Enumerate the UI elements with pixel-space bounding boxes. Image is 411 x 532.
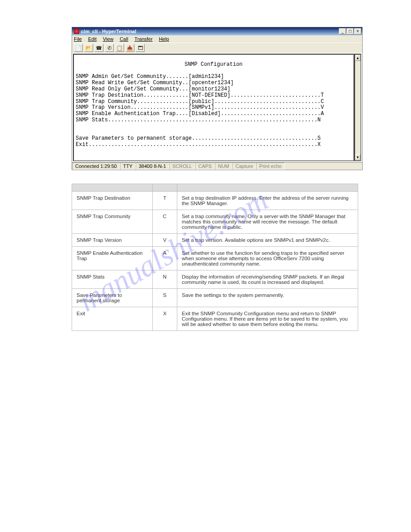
terminal-line: SNMP Stats..............................… (76, 117, 321, 123)
tool-properties-icon[interactable]: 🗔 (136, 44, 145, 52)
terminal-line: SNMP Trap Community................[publ… (76, 99, 324, 105)
tool-open-icon[interactable]: 📂 (84, 44, 93, 52)
cell-key: T (153, 192, 177, 210)
menubar: File Edit View Call Transfer Help (72, 35, 362, 43)
status-echo: Print echo (256, 163, 285, 170)
scrollbar[interactable]: ▲ ▼ (354, 54, 361, 161)
cell-item: SNMP Enable Authentication Trap (72, 247, 153, 270)
toolbar: 📄 📂 ☎ ✆ 📋 📥 🗔 (72, 43, 362, 53)
cell-desc: Set a trap community name. Only a server… (177, 210, 358, 234)
status-caps: CAPS (195, 163, 215, 170)
terminal-line: Save Parameters to permanent storage....… (76, 135, 321, 142)
tool-new-icon[interactable]: 📄 (74, 44, 83, 52)
table-row: SNMP Trap DestinationTSet a trap destina… (72, 192, 358, 210)
cell-desc: Exit the SNMP Community Configuration me… (177, 307, 358, 331)
status-connected: Connected 1:29:50 (72, 163, 120, 170)
cell-key: X (153, 307, 177, 331)
menu-edit[interactable]: Edit (88, 36, 97, 42)
cell-desc: Display the information of receiving/sen… (177, 270, 358, 289)
status-capture: Capture (232, 163, 256, 170)
cell-desc: Set a trap destination IP address. Enter… (177, 192, 358, 210)
statusbar: Connected 1:29:50 TTY 38400 8-N-1 SCROLL… (72, 162, 362, 170)
hyperterminal-window: cim_cli - HyperTerminal _ □ × File Edit … (72, 27, 363, 170)
terminal-line: SNMP Read Only Get/Set Community...[moni… (76, 86, 231, 92)
app-icon (74, 29, 79, 34)
window-title: cim_cli - HyperTerminal (81, 29, 136, 34)
table-row: SNMP Enable Authentication TrapASet whet… (72, 247, 358, 270)
terminal-line: SNMP Trap Destination..............[NOT-… (76, 92, 324, 99)
minimize-button[interactable]: _ (339, 28, 346, 34)
table-row: SNMP Trap VersionVSet a trap version. Av… (72, 234, 358, 247)
status-port: TTY (120, 163, 136, 170)
terminal-line: SNMP Read Write Get/Set Community..[opce… (76, 80, 234, 86)
scroll-down-icon[interactable]: ▼ (355, 154, 360, 160)
cell-key: N (153, 270, 177, 289)
cell-desc: Set a trap version. Available options ar… (177, 234, 358, 247)
titlebar: cim_cli - HyperTerminal _ □ × (72, 27, 362, 35)
menu-file[interactable]: File (74, 36, 82, 42)
table-row: ExitXExit the SNMP Community Configurati… (72, 307, 358, 331)
th-item (72, 184, 153, 192)
tool-connect-icon[interactable]: ☎ (94, 44, 103, 52)
cell-item: Save Parameters to permanent storage (72, 289, 153, 307)
table-row: SNMP Trap CommunityCSet a trap community… (72, 210, 358, 234)
cell-key: V (153, 234, 177, 247)
terminal-line: SNMP Enable Authentication Trap....[Disa… (76, 111, 324, 117)
cell-desc: Save the settings to the system permanen… (177, 289, 358, 307)
status-rate: 38400 8-N-1 (136, 163, 169, 170)
table-row: Save Parameters to permanent storageSSav… (72, 289, 358, 307)
terminal-line: SNMP Admin Get/Set Community.......[admi… (76, 73, 224, 80)
menu-help[interactable]: Help (159, 36, 169, 42)
cell-key: S (153, 289, 177, 307)
cell-key: C (153, 210, 177, 234)
menu-transfer[interactable]: Transfer (134, 36, 153, 42)
scroll-up-icon[interactable]: ▲ (355, 55, 360, 61)
th-desc (177, 184, 358, 192)
cell-item: SNMP Trap Version (72, 234, 153, 247)
cell-item: SNMP Trap Destination (72, 192, 153, 210)
menu-view[interactable]: View (103, 36, 114, 42)
status-num: NUM (215, 163, 232, 170)
cell-item: SNMP Trap Community (72, 210, 153, 234)
tool-receive-icon[interactable]: 📥 (125, 44, 134, 52)
table-row: SNMP StatsNDisplay the information of re… (72, 270, 358, 289)
menu-call[interactable]: Call (120, 36, 128, 42)
th-key (153, 184, 177, 192)
terminal-line: Exit....................................… (76, 142, 321, 148)
terminal-area: SNMP Configuration SNMP Admin Get/Set Co… (73, 54, 354, 161)
terminal-line: SNMP Trap Version..................[SNMP… (76, 104, 324, 111)
cell-desc: Set whether to use the function for send… (177, 247, 358, 270)
tool-disconnect-icon[interactable]: ✆ (105, 44, 114, 52)
tool-send-icon[interactable]: 📋 (115, 44, 124, 52)
status-scroll: SCROLL (169, 163, 195, 170)
cell-item: Exit (72, 307, 153, 331)
maximize-button[interactable]: □ (347, 28, 354, 34)
cell-item: SNMP Stats (72, 270, 153, 289)
close-button[interactable]: × (354, 28, 361, 34)
snmp-definition-table: SNMP Trap DestinationTSet a trap destina… (72, 184, 358, 331)
cell-key: A (153, 247, 177, 270)
terminal-title: SNMP Configuration (76, 62, 351, 68)
